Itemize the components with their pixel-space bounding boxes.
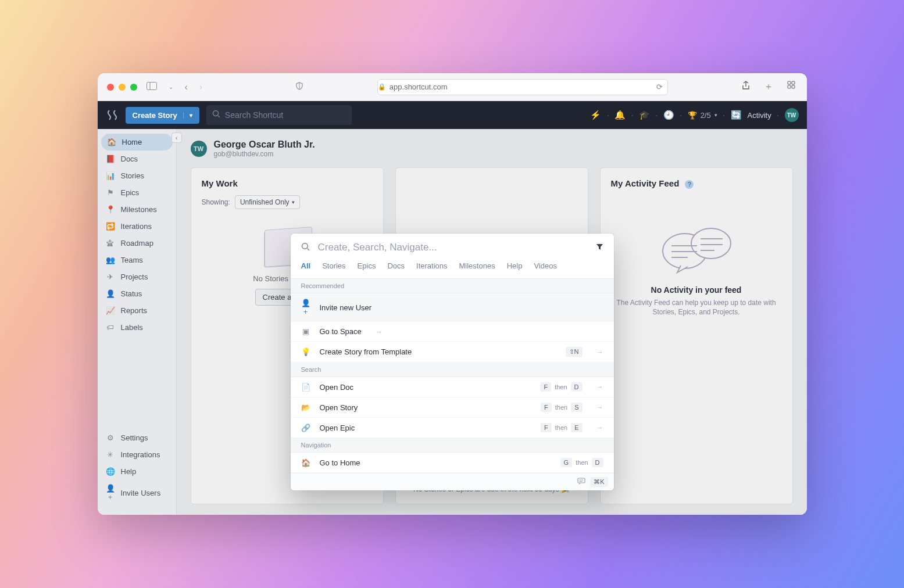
create-story-button[interactable]: Create Story ▾ (126, 107, 199, 124)
user-avatar-medium: TW (191, 141, 207, 157)
palette-tab-docs[interactable]: Docs (387, 261, 405, 273)
svg-rect-4 (792, 81, 795, 84)
palette-item-label: Invite new User (320, 303, 372, 312)
window-maximize-icon[interactable] (130, 84, 137, 91)
url-bar[interactable]: 🔒 app.shortcut.com ⟳ (377, 79, 668, 95)
chevron-down-icon[interactable]: ⌄ (166, 84, 176, 90)
palette-tab-iterations[interactable]: Iterations (416, 261, 447, 273)
globe-icon: 🌐 (106, 467, 115, 476)
browser-chrome: ⌄ ‹ › 🔒 app.shortcut.com ⟳ ＋ (98, 73, 807, 101)
sidebar-item-label: Home (122, 138, 142, 146)
palette-item-label: Open Epic (320, 424, 355, 432)
help-icon[interactable]: ? (685, 180, 694, 189)
sidebar: ‹ 🏠Home📕Docs📊Stories⚑Epics📍Milestones🔁It… (98, 129, 177, 515)
sidebar-item-label: Iterations (121, 222, 152, 231)
palette-section-search: Search (291, 363, 614, 377)
card-title: My Activity Feed ? (611, 178, 782, 189)
window-close-icon[interactable] (107, 84, 114, 91)
road-icon: 🛣 (106, 239, 115, 248)
palette-item-create-story-from-template[interactable]: 💡Create Story from Template⇧N→ (291, 342, 614, 363)
window-controls (107, 84, 137, 91)
new-tab-icon[interactable]: ＋ (762, 81, 776, 93)
nav-back-icon[interactable]: ‹ (183, 82, 190, 92)
share-icon[interactable] (739, 81, 752, 93)
kbd-key: ⇧N (566, 347, 583, 357)
svg-point-7 (213, 111, 218, 116)
sidebar-item-integrations[interactable]: ✳Integrations (98, 446, 176, 463)
folder-icon: 📂 (301, 403, 310, 412)
academy-icon[interactable]: 🎓 (639, 110, 650, 120)
arrow-right-icon: → (596, 403, 603, 411)
global-search[interactable] (206, 105, 352, 125)
palette-input[interactable] (318, 242, 588, 253)
palette-item-open-story[interactable]: 📂Open StoryFthenS→ (291, 397, 614, 418)
palette-section-recommended: Recommended (291, 279, 614, 293)
palette-item-invite-new-user[interactable]: 👤+Invite new User (291, 293, 614, 322)
palette-tab-videos[interactable]: Videos (534, 261, 557, 273)
palette-item-keys: FthenD (540, 382, 582, 392)
url-text: app.shortcut.com (390, 83, 448, 91)
app-logo-icon[interactable] (106, 109, 119, 121)
sidebar-item-iterations[interactable]: 🔁Iterations (98, 218, 176, 235)
sidebar-collapse-button[interactable]: ‹ (171, 132, 182, 143)
caret-down-icon[interactable]: ▾ (183, 112, 192, 119)
sidebar-item-epics[interactable]: ⚑Epics (98, 184, 176, 201)
palette-item-keys: ⇧N (566, 347, 583, 357)
activity-link[interactable]: Activity (748, 111, 771, 120)
activity-empty-head: No Activity in your feed (611, 285, 782, 295)
refresh-icon: 🔁 (106, 222, 115, 231)
user-header: TW George Oscar Bluth Jr. gob@bluthdev.c… (191, 139, 793, 158)
showing-filter[interactable]: Unfinished Only ▾ (235, 195, 300, 209)
palette-item-open-epic[interactable]: 🔗Open EpicFthenE→ (291, 418, 614, 438)
sync-icon[interactable]: 🔄 (731, 110, 742, 120)
send-icon: ✈ (106, 273, 115, 281)
palette-tab-epics[interactable]: Epics (358, 261, 376, 273)
sidebar-item-label: Milestones (121, 205, 157, 214)
tabs-grid-icon[interactable] (785, 81, 798, 93)
reload-icon[interactable]: ⟳ (656, 83, 663, 91)
sidebar-item-label: Settings (121, 433, 148, 442)
sidebar-item-docs[interactable]: 📕Docs (98, 150, 176, 167)
sidebar-item-home[interactable]: 🏠Home (101, 134, 173, 150)
arrow-right-icon: → (376, 328, 383, 336)
sidebar-item-help[interactable]: 🌐Help (98, 463, 176, 480)
bolt-icon[interactable]: ⚡ (590, 110, 601, 120)
sidebar-item-settings[interactable]: ⚙Settings (98, 429, 176, 446)
global-search-input[interactable] (225, 110, 346, 120)
shield-icon[interactable] (293, 82, 306, 92)
sidebar-item-milestones[interactable]: 📍Milestones (98, 201, 176, 218)
card-title: My Work (202, 178, 373, 188)
palette-item-go-to-home[interactable]: 🏠Go to HomeGthenD (291, 453, 614, 473)
window-minimize-icon[interactable] (119, 84, 126, 91)
palette-tab-stories[interactable]: Stories (322, 261, 345, 273)
caret-down-icon: ▾ (714, 112, 717, 118)
svg-line-18 (307, 249, 309, 250)
palette-tab-milestones[interactable]: Milestones (459, 261, 495, 273)
lock-icon: 🔒 (378, 83, 386, 91)
nav-forward-icon[interactable]: › (197, 82, 205, 92)
sidebar-item-projects[interactable]: ✈Projects (98, 268, 176, 285)
tag-icon: 🏷 (106, 323, 115, 332)
sidebar-item-roadmap[interactable]: 🛣Roadmap (98, 235, 176, 252)
palette-tab-all[interactable]: All (301, 261, 311, 273)
sidebar-item-teams[interactable]: 👥Teams (98, 252, 176, 268)
sidebar-toggle-icon[interactable] (144, 82, 159, 92)
sidebar-item-reports[interactable]: 📈Reports (98, 302, 176, 319)
kbd-key: F (541, 423, 552, 432)
sidebar-item-stories[interactable]: 📊Stories (98, 167, 176, 184)
palette-item-keys: FthenE (541, 423, 583, 432)
filter-icon[interactable] (596, 242, 603, 253)
clock-icon[interactable]: 🕘 (663, 110, 674, 120)
progress-menu[interactable]: 🏆 2/5 ▾ (688, 111, 717, 120)
showing-label: Showing: (202, 198, 230, 206)
palette-item-open-doc[interactable]: 📄Open DocFthenD→ (291, 377, 614, 397)
palette-tab-help[interactable]: Help (507, 261, 523, 273)
palette-item-go-to-space[interactable]: ▣Go to Space→ (291, 322, 614, 342)
sidebar-item-status[interactable]: 👤Status (98, 285, 176, 302)
palette-item-keys: GthenD (560, 458, 603, 467)
user-avatar[interactable]: TW (785, 108, 799, 122)
feedback-icon[interactable] (577, 477, 585, 487)
sidebar-item-invite-users[interactable]: 👤+Invite Users (98, 480, 176, 505)
bell-icon[interactable]: 🔔 (614, 110, 626, 120)
sidebar-item-labels[interactable]: 🏷Labels (98, 319, 176, 336)
